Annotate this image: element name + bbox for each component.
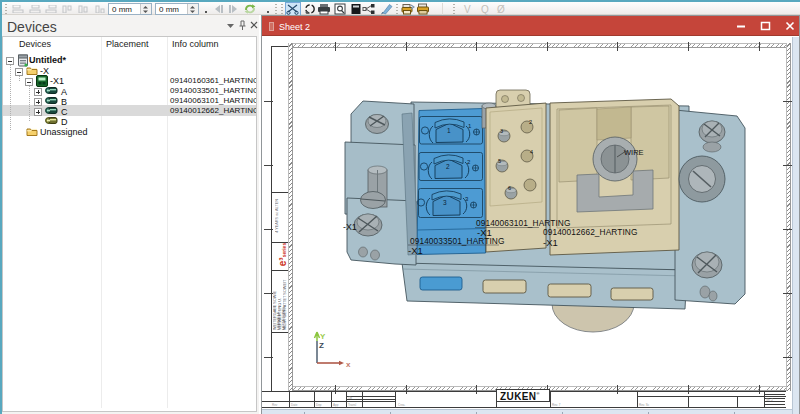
svg-text:-X1: -X1 — [343, 222, 357, 232]
svg-text:-X1: -X1 — [408, 245, 423, 256]
svg-text:-X1: -X1 — [477, 227, 492, 238]
svg-text:WIRE: WIRE — [624, 148, 644, 157]
svg-text:5: 5 — [498, 158, 501, 164]
svg-text:2: 2 — [446, 163, 450, 170]
svg-text:3: 3 — [443, 199, 447, 206]
svg-text:-X1: -X1 — [543, 237, 558, 248]
svg-text:Z: Z — [319, 341, 324, 350]
svg-text:x: x — [346, 360, 351, 369]
svg-text:6: 6 — [508, 185, 511, 191]
svg-text:4: 4 — [530, 149, 533, 155]
svg-text:2: 2 — [529, 119, 532, 125]
svg-text:3: 3 — [500, 128, 503, 134]
svg-text:1: 1 — [447, 127, 451, 134]
svg-text:09140012662_HARTING: 09140012662_HARTING — [543, 227, 637, 237]
svg-text:Y: Y — [320, 332, 326, 341]
